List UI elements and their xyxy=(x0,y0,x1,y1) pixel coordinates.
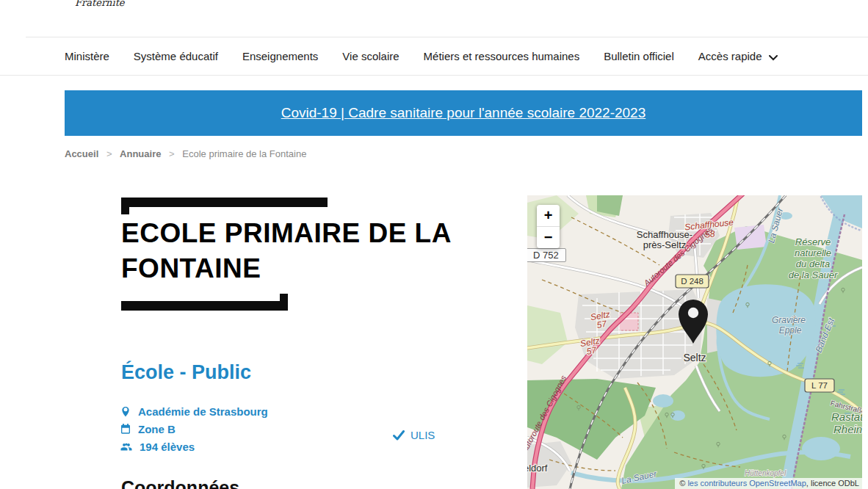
map-attribution: © les contributeurs OpenStreetMap, licen… xyxy=(675,478,862,489)
breadcrumb-separator: > xyxy=(169,148,175,159)
chevron-down-icon xyxy=(769,51,778,63)
detail-eleves-label: 194 élèves xyxy=(140,441,195,453)
svg-text:L 77: L 77 xyxy=(811,381,828,390)
map-canvas: D 248 L 77 Schaffhouse- près-Seltz Seltz… xyxy=(527,195,862,489)
title-decoration-bottom xyxy=(121,301,288,311)
breadcrumb-separator: > xyxy=(106,148,112,159)
page: Fraternité Ministère Système éducatif En… xyxy=(0,0,868,489)
map-label-seltz: Seltz xyxy=(683,352,706,363)
covid-banner-link[interactable]: Covid-19 | Cadre sanitaire pour l'année … xyxy=(281,105,646,121)
breadcrumb-current: Ecole primaire de la Fontaine xyxy=(182,148,306,159)
gouv-logo-fraternite: Fraternité xyxy=(75,0,125,8)
title-decoration-top xyxy=(121,198,328,207)
calendar-icon xyxy=(120,423,131,435)
map-label-reserve-1: Réserve xyxy=(795,236,831,247)
detail-zone: Zone B xyxy=(120,422,268,435)
map-label-schaffhouse-line1: Schaffhouse- xyxy=(637,229,692,240)
ulis-label: ULIS xyxy=(411,429,435,441)
map-label-kesseldorf: Kesseldorf xyxy=(527,463,548,474)
nav-item-vie-scolaire[interactable]: Vie scolaire xyxy=(342,50,399,62)
breadcrumb-home[interactable]: Accueil xyxy=(65,148,98,159)
map-label-graviere-2: Epple xyxy=(779,325,802,336)
nav-item-bulletin-officiel[interactable]: Bulletin officiel xyxy=(604,50,674,62)
nav-item-metiers-rh[interactable]: Métiers et ressources humaines xyxy=(424,50,580,62)
osm-contributors-link[interactable]: les contributeurs OpenStreetMap xyxy=(687,479,806,488)
detail-academie: Académie de Strasbourg xyxy=(120,405,268,418)
nav-item-ministere[interactable]: Ministère xyxy=(65,50,109,62)
map-label-rastatt-1: Rastatter xyxy=(831,410,862,423)
section-heading-coordonnees: Coordonnées xyxy=(121,477,239,489)
map-zoom-control: + − xyxy=(537,205,560,248)
page-title: ECOLE PRIMAIRE DE LA FONTAINE xyxy=(121,216,503,286)
school-details: Académie de Strasbourg Zone B 194 élèves xyxy=(120,405,268,457)
map-label-reserve-3: du delta xyxy=(796,258,830,269)
map-label-rastatt-2: Rheinaue xyxy=(833,423,862,435)
road-shield-d752: D 752 xyxy=(527,248,566,262)
map-label-graviere-1: Gravière xyxy=(772,315,806,325)
road-shield-d248: D 248 xyxy=(676,275,709,288)
nav-item-acces-rapide-label: Accès rapide xyxy=(698,50,762,62)
location-pin-icon xyxy=(120,405,131,418)
map-label-reserve-2: naturelle xyxy=(795,247,831,258)
detail-academie-label: Académie de Strasbourg xyxy=(138,405,268,418)
breadcrumb-annuaire[interactable]: Annuaire xyxy=(120,148,161,159)
map[interactable]: D 248 L 77 Schaffhouse- près-Seltz Seltz… xyxy=(527,195,862,489)
svg-text:D 248: D 248 xyxy=(681,277,704,286)
zoom-in-button[interactable]: + xyxy=(537,205,560,226)
main-nav: Ministère Système éducatif Enseignements… xyxy=(0,37,868,76)
breadcrumb: Accueil > Annuaire > Ecole primaire de l… xyxy=(65,148,306,159)
map-label-reserve-4: de la Sauer xyxy=(789,269,838,280)
covid-banner: Covid-19 | Cadre sanitaire pour l'année … xyxy=(65,90,862,136)
zoom-out-button[interactable]: − xyxy=(537,226,560,248)
school-category: École - Public xyxy=(121,361,251,384)
map-label-huettenkopfel: Hüttenkopfel xyxy=(745,469,786,477)
check-icon xyxy=(393,430,405,441)
attribution-prefix: © xyxy=(679,479,687,488)
road-shield-l77: L 77 xyxy=(805,379,834,392)
nav-item-enseignements[interactable]: Enseignements xyxy=(242,50,318,62)
detail-zone-label: Zone B xyxy=(138,423,176,435)
nav-item-systeme-educatif[interactable]: Système éducatif xyxy=(134,50,218,62)
attribution-suffix: , licence ODbL xyxy=(806,479,859,488)
detail-eleves: 194 élèves xyxy=(120,440,268,453)
students-icon xyxy=(120,441,133,452)
ulis-tag: ULIS xyxy=(393,429,435,441)
nav-item-acces-rapide[interactable]: Accès rapide xyxy=(698,49,778,63)
